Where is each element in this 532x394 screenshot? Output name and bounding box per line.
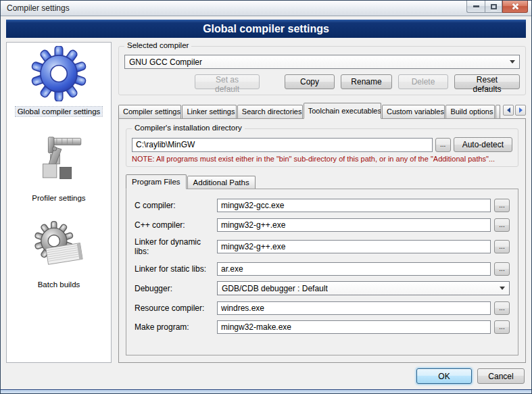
installation-directory-row: ... Auto-detect	[132, 137, 512, 152]
c-compiler-input[interactable]	[217, 199, 491, 212]
c-compiler-browse-button[interactable]: ...	[494, 199, 510, 212]
close-button[interactable]	[502, 1, 528, 13]
compiler-select[interactable]: GNU GCC Compiler	[124, 55, 520, 69]
resource-compiler-browse-button[interactable]: ...	[494, 301, 510, 315]
field-row-make-program: Make program: ...	[135, 320, 510, 334]
caliper-icon	[32, 134, 85, 190]
selected-compiler-group-label: Selected compiler	[124, 41, 191, 49]
dialog-content: Global compiler settings	[6, 42, 526, 363]
compiler-select-value: GNU GCC Compiler	[129, 57, 202, 67]
field-row-c-compiler: C compiler: ...	[135, 199, 510, 212]
dialog-footer: OK Cancel	[6, 363, 526, 387]
blue-gear-icon	[31, 46, 87, 103]
linker-static-browse-button[interactable]: ...	[494, 262, 510, 276]
arrow-right-icon	[519, 107, 523, 113]
maximize-button[interactable]	[485, 1, 502, 13]
subtab-program-files[interactable]: Program Files	[126, 174, 187, 189]
field-label: Resource compiler:	[135, 303, 217, 313]
compiler-buttons-row: Set as default Copy Rename Delete Reset …	[124, 74, 520, 89]
titlebar[interactable]: Compiler settings	[1, 1, 531, 16]
ok-button[interactable]: OK	[416, 368, 472, 384]
auto-detect-button[interactable]: Auto-detect	[454, 137, 512, 152]
field-label: Linker for static libs:	[135, 264, 217, 274]
settings-tabs: Compiler settings Linker settings Search…	[118, 102, 526, 118]
chevron-down-icon	[510, 60, 515, 64]
field-label: Debugger:	[135, 284, 217, 293]
resource-compiler-input[interactable]	[217, 301, 491, 315]
tab-clipped[interactable]	[495, 105, 500, 118]
copy-button[interactable]: Copy	[285, 74, 335, 89]
window-bottom-frame	[1, 389, 531, 393]
sidebar-item-label: Batch builds	[36, 280, 82, 289]
tab-build-options[interactable]: Build options	[445, 105, 495, 118]
sidebar-item-label: Profiler settings	[30, 193, 87, 203]
rename-button[interactable]: Rename	[341, 74, 392, 89]
field-label: C++ compiler:	[135, 220, 217, 230]
field-label: Make program:	[135, 322, 217, 332]
debugger-select-value: GDB/CDB debugger : Default	[222, 284, 328, 293]
set-as-default-button: Set as default	[195, 74, 260, 89]
installation-directory-browse-button[interactable]: ...	[435, 138, 451, 152]
installation-directory-input[interactable]	[132, 138, 433, 152]
close-icon	[512, 3, 519, 10]
tab-compiler-settings[interactable]: Compiler settings	[118, 105, 181, 118]
compiler-settings-window: Compiler settings Global compiler settin…	[0, 0, 532, 394]
tab-search-directories[interactable]: Search directories	[237, 105, 303, 118]
make-program-browse-button[interactable]: ...	[494, 320, 510, 334]
main-panel: Selected compiler GNU GCC Compiler Set a…	[118, 42, 526, 363]
make-program-input[interactable]	[217, 320, 491, 334]
tab-custom-variables[interactable]: Custom variables	[382, 105, 445, 118]
sidebar-item-batch-builds[interactable]: Batch builds	[32, 220, 86, 289]
sidebar-item-profiler-settings[interactable]: Profiler settings	[30, 134, 87, 203]
sidebar-item-label: Global compiler settings	[16, 107, 103, 116]
delete-button: Delete	[398, 74, 448, 89]
toolchain-subtabs: Program Files Additional Paths	[126, 174, 518, 189]
minimize-button[interactable]	[466, 1, 485, 13]
field-row-linker-static: Linker for static libs: ...	[135, 262, 510, 276]
tab-scroll-left-button[interactable]	[503, 105, 514, 116]
linker-static-input[interactable]	[217, 262, 491, 276]
chevron-down-icon	[500, 287, 505, 290]
window-title: Compiler settings	[7, 3, 70, 13]
field-label: Linker for dynamic libs:	[135, 237, 217, 256]
linker-dynamic-browse-button[interactable]: ...	[494, 240, 510, 253]
field-row-cpp-compiler: C++ compiler: ...	[135, 218, 510, 232]
tab-scroll-buttons	[501, 105, 526, 116]
page-title: Global compiler settings	[203, 23, 329, 35]
tab-scroll-right-button[interactable]	[515, 105, 526, 116]
cpp-compiler-browse-button[interactable]: ...	[494, 218, 510, 232]
field-row-debugger: Debugger: GDB/CDB debugger : Default	[135, 281, 510, 295]
bin-subdirectory-note: NOTE: All programs must exist either in …	[132, 155, 512, 163]
cpp-compiler-input[interactable]	[217, 218, 491, 232]
gray-gear-stack-icon	[32, 220, 86, 276]
tab-linker-settings[interactable]: Linker settings	[182, 105, 236, 118]
settings-sidebar: Global compiler settings	[6, 42, 112, 363]
sidebar-item-global-compiler-settings[interactable]: Global compiler settings	[16, 46, 103, 116]
reset-defaults-button[interactable]: Reset defaults	[454, 74, 520, 89]
arrow-left-icon	[507, 107, 510, 113]
cancel-button[interactable]: Cancel	[477, 368, 525, 384]
window-controls	[466, 1, 531, 16]
dialog-header: Global compiler settings	[6, 20, 526, 38]
installation-directory-group: Compiler's installation directory ... Au…	[126, 128, 518, 167]
selected-compiler-group: Selected compiler GNU GCC Compiler Set a…	[118, 46, 526, 95]
debugger-select[interactable]: GDB/CDB debugger : Default	[217, 281, 510, 295]
dialog-body: Global compiler settings	[1, 16, 531, 389]
program-files-page: C compiler: ... C++ compiler: ...	[126, 189, 518, 355]
installation-directory-group-label: Compiler's installation directory	[132, 124, 245, 132]
linker-dynamic-input[interactable]	[217, 240, 491, 253]
maximize-icon	[491, 4, 497, 9]
minimize-icon	[473, 5, 479, 7]
field-row-linker-dynamic: Linker for dynamic libs: ...	[135, 237, 510, 256]
toolchain-executables-page: Compiler's installation directory ... Au…	[118, 118, 526, 363]
tab-toolchain-executables[interactable]: Toolchain executables	[304, 103, 381, 119]
subtab-additional-paths[interactable]: Additional Paths	[187, 176, 256, 189]
field-label: C compiler:	[135, 201, 217, 210]
field-row-resource-compiler: Resource compiler: ...	[135, 301, 510, 315]
